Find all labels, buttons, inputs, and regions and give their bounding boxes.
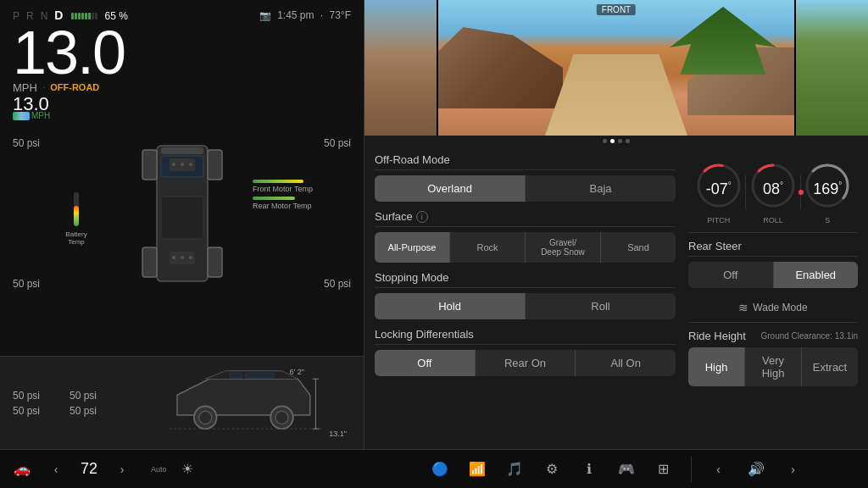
svg-point-17 — [198, 411, 211, 424]
roll-value: 08° — [763, 180, 783, 198]
taskbar-info[interactable]: ℹ — [576, 456, 603, 483]
stopping-mode-label: Stopping Mode — [375, 271, 676, 288]
btn-very-high[interactable]: Very High — [745, 347, 802, 386]
taskbar-another[interactable]: ⊞ — [650, 456, 677, 483]
ride-height-label: Ride Height — [688, 330, 746, 342]
taskbar-car-icon[interactable]: 🚗 — [8, 456, 36, 483]
rear-right-psi: 50 psi — [324, 278, 351, 290]
truck-diagram — [127, 129, 237, 298]
taskbar-bluetooth[interactable]: 🔵 — [426, 456, 453, 483]
svg-point-9 — [172, 163, 175, 166]
prd-display: -07° PITCH 08° ROLL — [688, 153, 858, 229]
taskbar-game[interactable]: 🎮 — [613, 456, 640, 483]
btn-steer-enabled[interactable]: Enabled — [774, 262, 859, 288]
svg-point-14 — [181, 256, 184, 259]
taskbar-right: 🔵 📶 🎵 ⚙ ℹ 🎮 ⊞ ‹ 🔊 › — [373, 456, 860, 483]
btl-fr: 50 psi — [70, 390, 123, 402]
rear-motor-temp: Rear Motor Temp — [253, 202, 313, 210]
btn-extract[interactable]: Extract — [802, 347, 858, 386]
vehicle-section: 50 psi 50 psi Battery Temp — [13, 129, 351, 298]
wade-mode[interactable]: ≋ Wade Mode — [688, 297, 858, 319]
taskbar: 🚗 ‹ 72 › Auto ☀ 🔵 📶 🎵 ⚙ ℹ 🎮 ⊞ ‹ 🔊 › — [0, 449, 868, 488]
svg-rect-7 — [161, 197, 203, 239]
camera-main[interactable]: FRONT — [438, 0, 794, 136]
btn-all-on[interactable]: All On — [576, 350, 676, 376]
front-right-psi: 50 psi — [324, 137, 351, 149]
btn-steer-off[interactable]: Off — [688, 262, 774, 288]
taskbar-nav-back[interactable]: ‹ — [705, 456, 732, 483]
height-measurement: 6' 2" — [290, 368, 304, 376]
btn-hold[interactable]: Hold — [375, 293, 526, 319]
bottom-tire-left: 50 psi 50 psi 50 psi 50 psi — [13, 363, 123, 442]
tire-pressures-left: 50 psi 50 psi — [13, 129, 47, 298]
taskbar-left: 🚗 ‹ 72 › Auto ☀ — [8, 456, 373, 483]
divider-2 — [688, 322, 858, 323]
vehicle-center: Battery Temp — [47, 129, 317, 298]
locking-diff-group: Off Rear On All On — [375, 350, 676, 376]
btn-roll[interactable]: Roll — [526, 293, 676, 319]
tire-pressures-right: 50 psi 50 psi — [317, 129, 351, 298]
taskbar-back[interactable]: ‹ — [42, 456, 70, 483]
front-left-psi: 50 psi — [13, 137, 40, 149]
taskbar-volume[interactable]: 🔊 — [743, 456, 770, 483]
taskbar-auto-label: Auto — [151, 465, 167, 474]
btl-rr: 50 psi — [70, 405, 123, 417]
divider-1 — [688, 232, 858, 233]
left-panel: P R N D 65 % 📷 1:45 pm · 73°F 13.0 MPH ·… — [0, 0, 364, 449]
btn-baja[interactable]: Baja — [526, 175, 676, 202]
pitch-gauge: -07° PITCH — [693, 160, 744, 225]
battery-temp-indicator: Battery Temp — [59, 192, 93, 247]
camera-label: FRONT — [597, 4, 636, 15]
camera-icon: 📷 — [259, 10, 271, 20]
off-road-badge: OFF-ROAD — [50, 83, 99, 92]
surface-info-icon[interactable]: i — [416, 211, 428, 223]
roll-gauge: 08° ROLL — [748, 160, 798, 225]
taskbar-icon-1[interactable]: ☀ — [174, 456, 201, 483]
btn-high[interactable]: High — [688, 347, 745, 386]
taskbar-music[interactable]: 🎵 — [501, 456, 528, 483]
bottom-tire-section: 50 psi 50 psi 50 psi 50 psi — [0, 356, 364, 449]
wade-icon: ≋ — [738, 301, 748, 314]
taskbar-signal[interactable]: 📶 — [464, 456, 491, 483]
svg-point-13 — [172, 256, 175, 259]
front-motor-temp: Front Motor Temp — [253, 185, 313, 193]
svg-point-19 — [275, 411, 287, 424]
btn-gravel-snow[interactable]: Gravel/Deep Snow — [526, 232, 601, 263]
camera-right — [796, 0, 868, 136]
btn-rock[interactable]: Rock — [450, 232, 526, 263]
taskbar-speed-value: 72 — [76, 460, 102, 478]
dot-3[interactable] — [626, 139, 630, 143]
battery-temp-label: Battery Temp — [59, 230, 93, 247]
svg-point-10 — [181, 163, 184, 166]
btn-overland[interactable]: Overland — [375, 175, 526, 202]
ride-height-row: Ride Height Ground Clearance: 13.1in — [688, 330, 858, 342]
btn-all-purpose[interactable]: All-Purpose — [375, 232, 450, 263]
taskbar-settings[interactable]: ⚙ — [538, 456, 565, 483]
svg-rect-5 — [161, 147, 203, 154]
svg-point-15 — [189, 256, 192, 259]
controls-area: Off-Road Mode Overland Baja Surface i Al… — [364, 147, 868, 402]
truck-side-view: 6' 2" 13.1" — [131, 363, 351, 442]
rear-left-psi: 50 psi — [13, 278, 40, 290]
taskbar-divider — [691, 457, 692, 482]
dot-2[interactable] — [618, 139, 622, 143]
ground-clearance-text: Ground Clearance: 13.1in — [760, 331, 858, 341]
btl-rl: 50 psi — [13, 405, 66, 417]
svg-rect-2 — [208, 150, 222, 180]
controls-left: Off-Road Mode Overland Baja Surface i Al… — [375, 153, 676, 395]
surface-group: All-Purpose Rock Gravel/Deep Snow Sand — [375, 232, 676, 263]
speed-gauge-value: 169° — [813, 180, 842, 198]
secondary-unit: MPH — [31, 112, 50, 120]
speed-gauge: 169° S — [802, 160, 853, 225]
btn-rear-on[interactable]: Rear On — [476, 350, 576, 376]
locking-diff-label: Locking Differentials — [375, 328, 676, 345]
time-temp: 📷 1:45 pm · 73°F — [259, 9, 351, 21]
speed-value: 13.0 — [13, 25, 351, 80]
btn-sand[interactable]: Sand — [601, 232, 676, 263]
taskbar-nav-fwd[interactable]: › — [780, 456, 807, 483]
btn-diff-off[interactable]: Off — [375, 350, 476, 376]
taskbar-forward[interactable]: › — [108, 456, 136, 483]
svg-rect-4 — [208, 247, 222, 277]
dot-0[interactable] — [603, 139, 607, 143]
dot-1[interactable] — [610, 139, 615, 143]
